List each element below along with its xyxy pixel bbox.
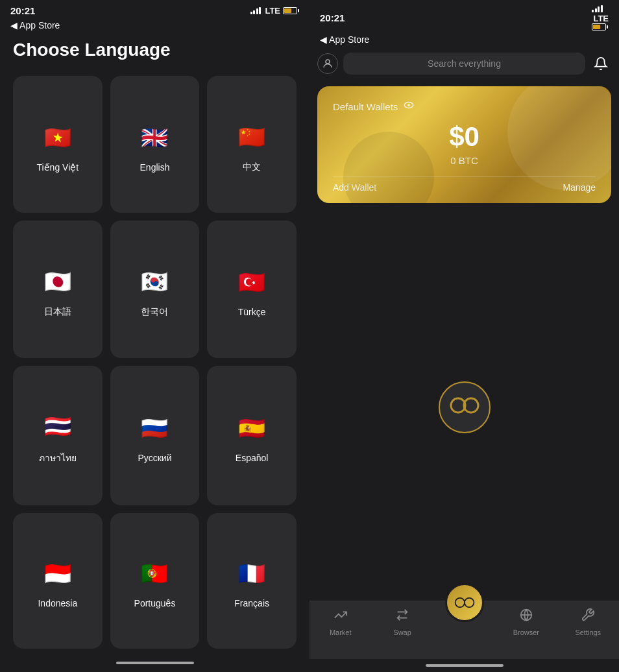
right-panel: 20:21 LTE ◀ App Store Search ev — [310, 0, 619, 672]
lang-label-russian: Русский — [138, 453, 172, 463]
home-indicator-right — [310, 659, 619, 672]
manage-button[interactable]: Manage — [563, 182, 596, 193]
wallet-actions: Add Wallet Manage — [333, 176, 596, 193]
wallet-amount: $0 — [333, 121, 596, 152]
flag-turkish: 🇹🇷 — [234, 264, 270, 300]
flag-vietnamese: 🇻🇳 — [40, 119, 76, 156]
status-icons-right: LTE — [592, 5, 609, 30]
svg-point-0 — [326, 60, 330, 64]
signal-icon — [250, 7, 261, 14]
tab-label-swap: Swap — [393, 629, 411, 636]
search-bar[interactable]: Search everything — [343, 53, 585, 75]
lte-label-right: LTE — [593, 14, 609, 23]
home-indicator-left — [0, 654, 310, 672]
lang-item-russian[interactable]: 🇷🇺 Русский — [110, 366, 200, 505]
lang-item-spanish[interactable]: 🇪🇸 Español — [207, 366, 297, 505]
browser-icon — [519, 608, 533, 626]
lang-item-french[interactable]: 🇫🇷 Français — [207, 513, 297, 649]
eye-icon[interactable] — [403, 99, 415, 114]
left-panel: 20:21 LTE ◀ App Store Choose Language 🇻🇳… — [0, 0, 310, 672]
lang-label-french: Français — [234, 598, 269, 608]
lang-item-chinese[interactable]: 🇨🇳 中文 — [207, 76, 297, 213]
home-bar-left — [116, 662, 194, 664]
wallet-header: Default Wallets — [333, 99, 596, 114]
lang-label-korean: 한국어 — [141, 306, 168, 318]
tab-market[interactable]: Market — [318, 608, 363, 636]
status-bar-right: 20:21 LTE — [310, 0, 619, 33]
market-icon — [334, 608, 348, 626]
flag-thai: 🇹🇭 — [40, 408, 76, 444]
battery-icon-right — [592, 23, 609, 30]
lang-label-turkish: Türkçe — [238, 307, 266, 317]
time-left: 20:21 — [10, 5, 35, 16]
swap-icon — [395, 608, 409, 626]
flag-korean: 🇰🇷 — [136, 263, 173, 300]
lang-label-vietnamese: Tiếng Việt — [36, 162, 79, 173]
lang-item-turkish[interactable]: 🇹🇷 Türkçe — [207, 221, 297, 357]
add-wallet-button[interactable]: Add Wallet — [333, 182, 376, 193]
flag-french: 🇫🇷 — [234, 555, 270, 592]
time-right: 20:21 — [320, 12, 345, 23]
back-nav-left[interactable]: ◀ App Store — [0, 19, 310, 34]
search-placeholder: Search everything — [428, 58, 501, 69]
flag-chinese: 🇨🇳 — [234, 119, 270, 155]
notification-bell-button[interactable] — [590, 53, 611, 74]
language-grid: 🇻🇳 Tiếng Việt 🇬🇧 English 🇨🇳 中文 🇯🇵 日本語 🇰🇷… — [0, 71, 310, 654]
back-nav-right[interactable]: ◀ App Store — [310, 33, 619, 49]
wallet-title: Default Wallets — [333, 101, 398, 112]
app-logo-text — [448, 396, 481, 418]
tab-settings[interactable]: Settings — [565, 608, 611, 636]
svg-point-8 — [465, 598, 474, 607]
lang-item-indonesian[interactable]: 🇮🇩 Indonesia — [13, 513, 103, 649]
status-icons-left: LTE — [250, 6, 299, 16]
tab-label-settings: Settings — [575, 629, 601, 636]
back-label-left: ◀ App Store — [10, 20, 60, 30]
lang-label-portuguese: Português — [134, 598, 176, 608]
center-tab-button[interactable] — [445, 583, 484, 622]
lang-label-japanese: 日本語 — [44, 306, 71, 318]
lang-label-chinese: 中文 — [243, 162, 261, 173]
flag-indonesian: 🇮🇩 — [40, 555, 76, 592]
lang-item-portuguese[interactable]: 🇵🇹 Português — [110, 513, 200, 649]
battery-icon-left — [283, 7, 299, 14]
tab-label-market: Market — [330, 629, 352, 636]
svg-point-7 — [455, 598, 464, 607]
lang-label-indonesian: Indonesia — [38, 598, 77, 608]
tab-browser[interactable]: Browser — [504, 608, 549, 636]
lang-label-english: English — [140, 162, 170, 173]
back-label-right: ◀ App Store — [320, 34, 369, 45]
flag-russian: 🇷🇺 — [136, 410, 173, 446]
lang-item-thai[interactable]: 🇹🇭 ภาษาไทย — [13, 366, 103, 505]
flag-japanese: 🇯🇵 — [40, 263, 76, 300]
page-title-left: Choose Language — [0, 34, 310, 71]
lang-label-spanish: Español — [236, 453, 269, 463]
settings-icon — [581, 608, 595, 626]
status-bar-left: 20:21 LTE — [0, 0, 310, 19]
wallet-btc: 0 BTC — [333, 155, 596, 166]
signal-icon-right — [592, 5, 609, 12]
home-bar-right — [426, 664, 504, 667]
lang-label-thai: ภาษาไทย — [39, 451, 77, 465]
top-bar: Search everything — [310, 49, 619, 81]
flag-spanish: 🇪🇸 — [234, 410, 270, 446]
lang-item-vietnamese[interactable]: 🇻🇳 Tiếng Việt — [13, 76, 103, 213]
wallet-card: Default Wallets $0 0 BTC Add Wallet Mana… — [317, 86, 611, 203]
user-avatar-button[interactable] — [317, 53, 338, 74]
bottom-tab-bar: Market Swap Browser — [310, 601, 619, 659]
svg-point-2 — [407, 104, 410, 106]
lte-label-left: LTE — [265, 6, 280, 16]
flag-portuguese: 🇵🇹 — [136, 555, 173, 592]
main-content — [310, 213, 619, 601]
app-logo-center — [439, 381, 491, 433]
lang-item-korean[interactable]: 🇰🇷 한국어 — [110, 221, 200, 357]
flag-english: 🇬🇧 — [136, 119, 173, 156]
lang-item-japanese[interactable]: 🇯🇵 日本語 — [13, 221, 103, 357]
tab-swap[interactable]: Swap — [380, 608, 425, 636]
lang-item-english[interactable]: 🇬🇧 English — [110, 76, 200, 213]
tab-label-browser: Browser — [513, 629, 539, 636]
